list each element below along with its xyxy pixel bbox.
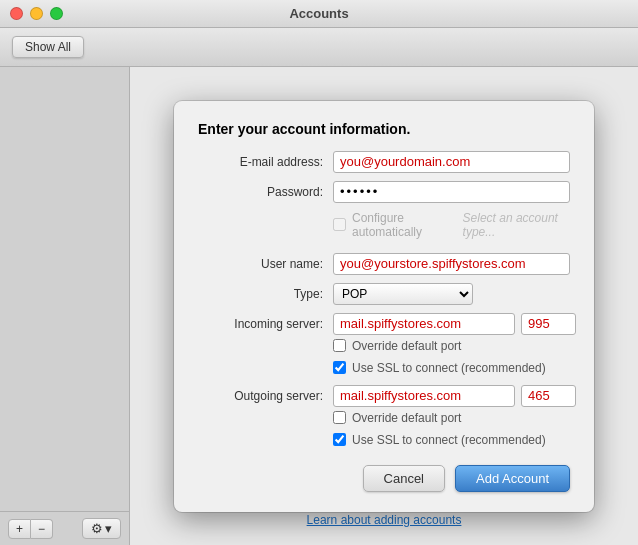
window-title: Accounts: [289, 6, 348, 21]
cancel-button[interactable]: Cancel: [363, 465, 445, 492]
dialog-buttons: Cancel Add Account: [198, 465, 570, 492]
gear-button[interactable]: ⚙ ▾: [82, 518, 121, 539]
close-button[interactable]: [10, 7, 23, 20]
outgoing-override-checkbox[interactable]: [333, 411, 346, 424]
outgoing-ssl-row: Use SSL to connect (recommended): [333, 433, 570, 447]
outgoing-override-row: Override default port: [333, 411, 570, 425]
add-remove-group: + −: [8, 519, 53, 539]
outgoing-server-row: Outgoing server:: [198, 385, 570, 407]
configure-row: Configure automatically Select an accoun…: [333, 211, 570, 239]
incoming-ssl-checkbox[interactable]: [333, 361, 346, 374]
outgoing-ssl-label: Use SSL to connect (recommended): [352, 433, 546, 447]
main-content: Learn about adding accounts Enter your a…: [130, 67, 638, 545]
email-input[interactable]: [333, 151, 570, 173]
remove-account-button[interactable]: −: [31, 519, 53, 539]
main-window: Show All + − ⚙ ▾ Learn about adding acco…: [0, 28, 638, 545]
add-account-button[interactable]: Add Account: [455, 465, 570, 492]
username-row: User name:: [198, 253, 570, 275]
type-row: Type: POP IMAP Exchange: [198, 283, 570, 305]
show-all-button[interactable]: Show All: [12, 36, 84, 58]
titlebar: Accounts: [0, 0, 638, 28]
outgoing-server-input[interactable]: [333, 385, 515, 407]
outgoing-server-label: Outgoing server:: [198, 389, 323, 403]
incoming-override-checkbox[interactable]: [333, 339, 346, 352]
maximize-button[interactable]: [50, 7, 63, 20]
incoming-server-input[interactable]: [333, 313, 515, 335]
content-area: + − ⚙ ▾ Learn about adding accounts Ente…: [0, 67, 638, 545]
configure-auto-label: Configure automatically: [352, 211, 455, 239]
configure-auto-checkbox[interactable]: [333, 218, 346, 231]
account-type-select[interactable]: POP IMAP Exchange: [333, 283, 473, 305]
incoming-server-row: Incoming server:: [198, 313, 570, 335]
incoming-override-row: Override default port: [333, 339, 570, 353]
email-row: E-mail address:: [198, 151, 570, 173]
titlebar-buttons: [10, 7, 63, 20]
incoming-override-label: Override default port: [352, 339, 461, 353]
add-account-sidebar-button[interactable]: +: [8, 519, 31, 539]
username-label: User name:: [198, 257, 323, 271]
password-input[interactable]: [333, 181, 570, 203]
email-label: E-mail address:: [198, 155, 323, 169]
type-label: Type:: [198, 287, 323, 301]
outgoing-override-label: Override default port: [352, 411, 461, 425]
incoming-ssl-row: Use SSL to connect (recommended): [333, 361, 570, 375]
username-input[interactable]: [333, 253, 570, 275]
sidebar: + − ⚙ ▾: [0, 67, 130, 545]
outgoing-ssl-checkbox[interactable]: [333, 433, 346, 446]
password-row: Password:: [198, 181, 570, 203]
outgoing-port-input[interactable]: [521, 385, 576, 407]
configure-placeholder: Select an account type...: [463, 211, 570, 239]
gear-icon: ⚙: [91, 521, 103, 536]
sidebar-footer: + − ⚙ ▾: [0, 511, 129, 545]
dialog-title: Enter your account information.: [198, 121, 570, 137]
add-account-dialog: Enter your account information. E-mail a…: [174, 101, 594, 512]
incoming-ssl-label: Use SSL to connect (recommended): [352, 361, 546, 375]
modal-overlay: Enter your account information. E-mail a…: [130, 67, 638, 545]
toolbar: Show All: [0, 28, 638, 67]
incoming-server-label: Incoming server:: [198, 317, 323, 331]
password-label: Password:: [198, 185, 323, 199]
chevron-down-icon: ▾: [105, 521, 112, 536]
incoming-port-input[interactable]: [521, 313, 576, 335]
minimize-button[interactable]: [30, 7, 43, 20]
